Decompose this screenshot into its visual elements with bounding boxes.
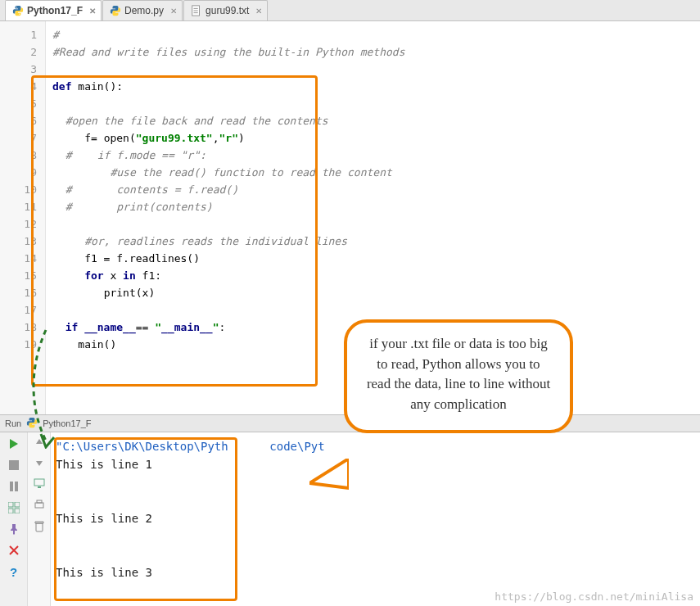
annotation-callout: if your .txt file or data is too big to … [344,319,573,433]
svg-rect-8 [15,502,20,507]
svg-rect-12 [38,486,41,488]
tab-python17f[interactable]: Python17_F ✕ [5,0,102,20]
run-icon[interactable] [7,437,20,450]
print-icon[interactable] [34,499,45,513]
svg-rect-6 [15,482,18,491]
editor-tabs: Python17_F ✕ Demo.py ✕ guru99.txt ✕ [0,0,700,21]
svg-rect-7 [8,502,13,507]
run-label: Run [5,418,21,428]
pin-icon[interactable] [7,522,20,536]
tab-label: Python17_F [27,5,83,16]
svg-rect-14 [37,500,42,503]
svg-rect-11 [34,479,44,486]
svg-rect-13 [35,503,43,508]
run-toolbar-secondary [28,432,51,606]
close-icon[interactable]: ✕ [170,7,177,16]
close-icon[interactable]: ✕ [255,7,262,16]
stop-icon[interactable] [7,459,20,472]
console-output[interactable]: "C:\Users\DK\Desktop\Pyth code\PytThis i… [51,432,700,606]
screen-icon[interactable] [34,478,45,491]
run-toolbar-primary: ? [0,432,28,606]
tab-label: guru99.txt [205,5,249,16]
svg-rect-5 [10,482,13,491]
python-file-icon [110,5,121,16]
callout-text: if your .txt file or data is too big to … [367,336,550,412]
callout-pointer [309,459,349,498]
annotation-arrow [31,326,61,449]
python-file-icon [12,5,24,16]
layout-icon[interactable] [7,501,20,514]
help-icon[interactable]: ? [7,565,20,578]
close-icon[interactable] [7,544,20,557]
tab-guru99[interactable]: guru99.txt ✕ [183,0,268,20]
arrow-down-icon[interactable] [34,458,44,470]
run-tool-window: ? "C:\Users\DK\Desktop\Pyth code\PytThis… [0,432,700,606]
trash-icon[interactable] [34,521,44,535]
svg-rect-9 [8,509,13,513]
text-file-icon [191,5,202,16]
svg-rect-4 [9,460,19,470]
pause-icon[interactable] [7,480,20,493]
tab-label: Demo.py [124,5,164,16]
tab-demo[interactable]: Demo.py ✕ [102,0,183,20]
svg-rect-10 [15,509,20,513]
close-icon[interactable]: ✕ [89,7,96,16]
watermark: https://blog.csdn.net/miniAlisa [495,590,693,603]
